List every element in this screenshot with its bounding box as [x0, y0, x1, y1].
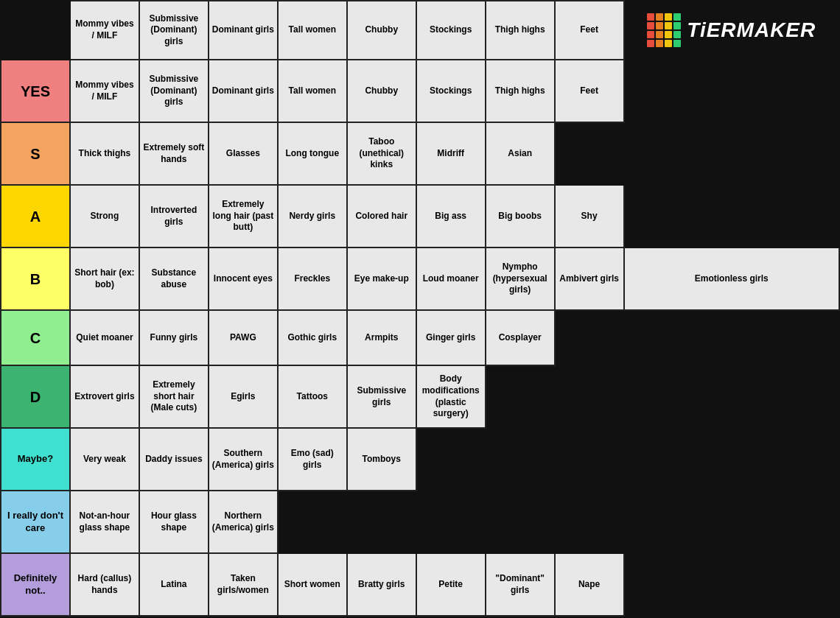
- tier-item-s-3: Long tongue: [278, 122, 347, 185]
- tier-item-a-5: Big ass: [416, 185, 486, 247]
- tier-row-maybe: Maybe?Very weakDaddy issuesSouthern (Ame…: [1, 428, 839, 491]
- tier-item-idrc-5: [416, 491, 486, 553]
- tier-item-yes-5: Stockings: [416, 60, 486, 122]
- tier-item-b-4: Eye make-up: [347, 247, 416, 310]
- tier-item-a-1: Introverted girls: [139, 185, 209, 247]
- tier-item-b-3: Freckles: [278, 247, 347, 310]
- tier-item-defnot-3: Short women: [278, 553, 347, 616]
- header-item-4: Chubby: [347, 1, 416, 60]
- tier-item-a-4: Colored hair: [347, 185, 416, 247]
- tier-item-c-5: Ginger girls: [416, 310, 486, 365]
- tier-item-s-5: Midriff: [416, 122, 486, 185]
- tier-item-s-7: [555, 122, 624, 185]
- tier-item-d-4: Submissive girls: [347, 365, 416, 428]
- tier-item-yes-0: Mommy vibes / MILF: [70, 60, 139, 122]
- tier-item-c-7: [555, 310, 624, 365]
- tier-item-b-8: Emotionless girls: [624, 247, 839, 310]
- tier-label-a: A: [1, 185, 70, 247]
- corner-cell: [1, 1, 70, 60]
- tier-item-a-2: Extremely long hair (past butt): [209, 185, 278, 247]
- tier-item-maybe-2: Southern (America) girls: [209, 428, 278, 491]
- tier-item-yes-2: Dominant girls: [209, 60, 278, 122]
- tier-item-b-6: Nympho (hypersexual girls): [486, 247, 555, 310]
- tier-item-c-3: Gothic girls: [278, 310, 347, 365]
- tier-item-b-7: Ambivert girls: [555, 247, 624, 310]
- tier-item-b-2: Innocent eyes: [209, 247, 278, 310]
- tier-item-c-2: PAWG: [209, 310, 278, 365]
- header-item-6: Thigh highs: [486, 1, 555, 60]
- tier-item-idrc-0: Not-an-hour glass shape: [70, 491, 139, 553]
- tier-item-yes-4: Chubby: [347, 60, 416, 122]
- tier-item-d-7: [555, 365, 624, 428]
- tier-item-defnot-7: Nape: [555, 553, 624, 616]
- tier-item-maybe-5: [416, 428, 486, 491]
- tier-item-c-0: Quiet moaner: [70, 310, 139, 365]
- tier-item-s-0: Thick thighs: [70, 122, 139, 185]
- tier-row-d: DExtrovert girlsExtremely short hair (Ma…: [1, 365, 839, 428]
- tier-row-b: BShort hair (ex: bob)Substance abuseInno…: [1, 247, 839, 310]
- tier-item-d-0: Extrovert girls: [70, 365, 139, 428]
- tier-item-a-8: [624, 185, 839, 247]
- tier-item-d-2: Egirls: [209, 365, 278, 428]
- tier-item-d-6: [486, 365, 555, 428]
- tier-item-s-4: Taboo (unethical) kinks: [347, 122, 416, 185]
- header-item-2: Dominant girls: [209, 1, 278, 60]
- tier-item-idrc-7: [555, 491, 624, 553]
- tier-label-c: C: [1, 310, 70, 365]
- tier-item-d-3: Tattoos: [278, 365, 347, 428]
- tier-item-idrc-6: [486, 491, 555, 553]
- header-item-5: Stockings: [416, 1, 486, 60]
- header-item-1: Submissive (Dominant) girls: [139, 1, 209, 60]
- tier-table: Mommy vibes / MILFSubmissive (Dominant) …: [0, 0, 840, 617]
- tier-item-idrc-4: [347, 491, 416, 553]
- tier-item-idrc-1: Hour glass shape: [139, 491, 209, 553]
- tier-label-defnot: Definitely not..: [1, 553, 70, 616]
- tier-item-yes-7: Feet: [555, 60, 624, 122]
- tier-item-s-1: Extremely soft hands: [139, 122, 209, 185]
- tier-item-c-6: Cosplayer: [486, 310, 555, 365]
- tier-item-idrc-3: [278, 491, 347, 553]
- tier-item-yes-3: Tall women: [278, 60, 347, 122]
- tier-item-maybe-3: Emo (sad) girls: [278, 428, 347, 491]
- tier-item-maybe-4: Tomboys: [347, 428, 416, 491]
- tier-item-maybe-7: [555, 428, 624, 491]
- tier-item-yes-1: Submissive (Dominant) girls: [139, 60, 209, 122]
- tier-label-idrc: I really don't care: [1, 491, 70, 553]
- tier-item-s-8: [624, 122, 839, 185]
- tier-item-defnot-4: Bratty girls: [347, 553, 416, 616]
- tier-row-yes: YESMommy vibes / MILFSubmissive (Dominan…: [1, 60, 839, 122]
- tier-item-yes-8: [624, 60, 839, 122]
- tier-item-defnot-6: "Dominant" girls: [486, 553, 555, 616]
- tier-label-maybe: Maybe?: [1, 428, 70, 491]
- tier-item-b-5: Loud moaner: [416, 247, 486, 310]
- tier-item-d-5: Body modifications (plastic surgery): [416, 365, 486, 428]
- tier-item-a-0: Strong: [70, 185, 139, 247]
- tier-item-b-0: Short hair (ex: bob): [70, 247, 139, 310]
- header-item-0: Mommy vibes / MILF: [70, 1, 139, 60]
- tier-item-c-1: Funny girls: [139, 310, 209, 365]
- tier-label-d: D: [1, 365, 70, 428]
- tier-row-idrc: I really don't careNot-an-hour glass sha…: [1, 491, 839, 553]
- tier-row-c: CQuiet moanerFunny girlsPAWGGothic girls…: [1, 310, 839, 365]
- header-item-3: Tall women: [278, 1, 347, 60]
- tier-item-defnot-1: Latina: [139, 553, 209, 616]
- tier-item-a-6: Big boobs: [486, 185, 555, 247]
- tier-item-defnot-2: Taken girls/women: [209, 553, 278, 616]
- tier-item-d-1: Extremely short hair (Male cuts): [139, 365, 209, 428]
- tier-item-a-3: Nerdy girls: [278, 185, 347, 247]
- tier-item-yes-6: Thigh highs: [486, 60, 555, 122]
- tier-label-yes: YES: [1, 60, 70, 122]
- tier-item-a-7: Shy: [555, 185, 624, 247]
- tier-item-defnot-0: Hard (callus) hands: [70, 553, 139, 616]
- tier-label-b: B: [1, 247, 70, 310]
- tier-row-defnot: Definitely not..Hard (callus) handsLatin…: [1, 553, 839, 616]
- logo-text: TiERMAKER: [687, 17, 816, 43]
- tier-item-d-8: [624, 365, 839, 428]
- tier-item-defnot-8: [624, 553, 839, 616]
- tier-item-maybe-0: Very weak: [70, 428, 139, 491]
- tier-item-idrc-8: [624, 491, 839, 553]
- logo-cell: TiERMAKER: [624, 1, 839, 60]
- tier-row-a: AStrongIntroverted girlsExtremely long h…: [1, 185, 839, 247]
- header-item-7: Feet: [555, 1, 624, 60]
- tier-item-s-2: Glasses: [209, 122, 278, 185]
